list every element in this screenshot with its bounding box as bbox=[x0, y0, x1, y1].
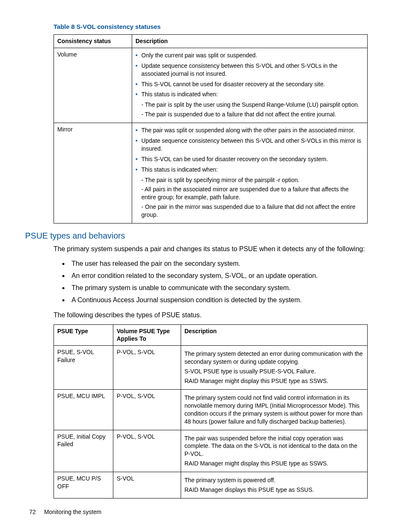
table9-row-applies: P-VOL, S-VOL bbox=[113, 430, 181, 472]
table9-row-type: PSUE, MCU P/S OFF bbox=[54, 472, 113, 499]
cell-bullet: This S-VOL can be used for disaster reco… bbox=[136, 155, 364, 163]
cell-bullet: Only the current pair was split or suspe… bbox=[136, 51, 364, 59]
table9-row-desc: The primary system is powered off.RAID M… bbox=[181, 472, 368, 499]
cell-bullet: Update sequence consistency between this… bbox=[136, 62, 364, 78]
footer-title: Monitoring the system bbox=[44, 509, 101, 515]
cell-subline: - The pair is suspended due to a failure… bbox=[141, 111, 364, 118]
desc-line: S-VOL PSUE type is usually PSUE-S-VOL Fa… bbox=[184, 368, 364, 375]
page-footer: 72 Monitoring the system bbox=[29, 509, 101, 515]
table9-row-type: PSUE, Initial Copy Failed bbox=[54, 430, 113, 472]
cell-subline: - All pairs in the associated mirror are… bbox=[141, 185, 364, 201]
psue-outro: The following describes the types of PSU… bbox=[54, 310, 368, 320]
psue-list-item: A Continuous Access Journal suspension c… bbox=[69, 294, 368, 306]
table9-row-desc: The pair was suspended before the initia… bbox=[181, 430, 368, 472]
cell-subline: - The pair is split by the user using th… bbox=[141, 101, 364, 109]
table8-header-desc: Description bbox=[132, 35, 368, 48]
psue-list-item: An error condition related to the second… bbox=[69, 270, 368, 282]
desc-line: RAID Manager might display this PSUE typ… bbox=[184, 377, 364, 385]
cell-bullet: This S-VOL cannot be used for disaster r… bbox=[136, 80, 364, 88]
cell-bullet: This status is indicated when: bbox=[136, 90, 364, 98]
desc-line: RAID Manager displays this PSUE type as … bbox=[184, 486, 364, 494]
table9-header-applies: Volume PSUE Type Applies To bbox=[113, 324, 181, 346]
table9-row-desc: The primary system could not find valid … bbox=[181, 389, 368, 430]
psue-list-item: The user has released the pair on the se… bbox=[69, 258, 368, 270]
table9-row-applies: P-VOL, S-VOL bbox=[113, 346, 181, 390]
table8-row-desc: Only the current pair was split or suspe… bbox=[132, 48, 368, 123]
table8-caption: Table 8 S-VOL consistency statuses bbox=[54, 23, 368, 30]
table8-row-status: Mirror bbox=[54, 123, 132, 224]
cell-subline: - The pair is split by specifying mirror… bbox=[141, 176, 364, 184]
desc-line: The primary system detected an error dur… bbox=[184, 350, 364, 366]
cell-bullet: The pair was split or suspended along wi… bbox=[136, 126, 364, 134]
table9-row-desc: The primary system detected an error dur… bbox=[181, 346, 368, 390]
desc-line: The primary system could not find valid … bbox=[184, 394, 364, 426]
psue-intro: The primary system suspends a pair and c… bbox=[54, 244, 368, 254]
table9-row-applies: P-VOL, S-VOL bbox=[113, 389, 181, 430]
table8-row-status: Volume bbox=[54, 48, 132, 123]
psue-list-item: The primary system is unable to communic… bbox=[69, 282, 368, 294]
table9-row-type: PSUE, S-VOL Failure bbox=[54, 346, 113, 390]
desc-line: RAID Manager might display this PSUE typ… bbox=[184, 460, 364, 468]
table9-header-type: PSUE Type bbox=[54, 324, 113, 346]
table9: PSUE Type Volume PSUE Type Applies To De… bbox=[54, 324, 368, 499]
table9-row-applies: S-VOL bbox=[113, 472, 181, 499]
psue-list: The user has released the pair on the se… bbox=[54, 258, 368, 306]
cell-bullet: Update sequence consistency between this… bbox=[136, 137, 364, 153]
table9-header-desc: Description bbox=[181, 324, 368, 346]
cell-bullet: This status is indicated when: bbox=[136, 166, 364, 174]
page-number: 72 bbox=[29, 509, 36, 515]
desc-line: The primary system is powered off. bbox=[184, 476, 364, 484]
desc-line: The pair was suspended before the initia… bbox=[184, 434, 364, 458]
table8-header-status: Consistency status bbox=[54, 35, 132, 48]
cell-subline: - One pair in the mirror was suspended d… bbox=[141, 203, 364, 219]
table8-row-desc: The pair was split or suspended along wi… bbox=[132, 123, 368, 224]
psue-heading: PSUE types and behaviors bbox=[25, 231, 368, 241]
table9-row-type: PSUE, MCU IMPL bbox=[54, 389, 113, 430]
table8: Consistency status Description VolumeOnl… bbox=[54, 34, 368, 224]
